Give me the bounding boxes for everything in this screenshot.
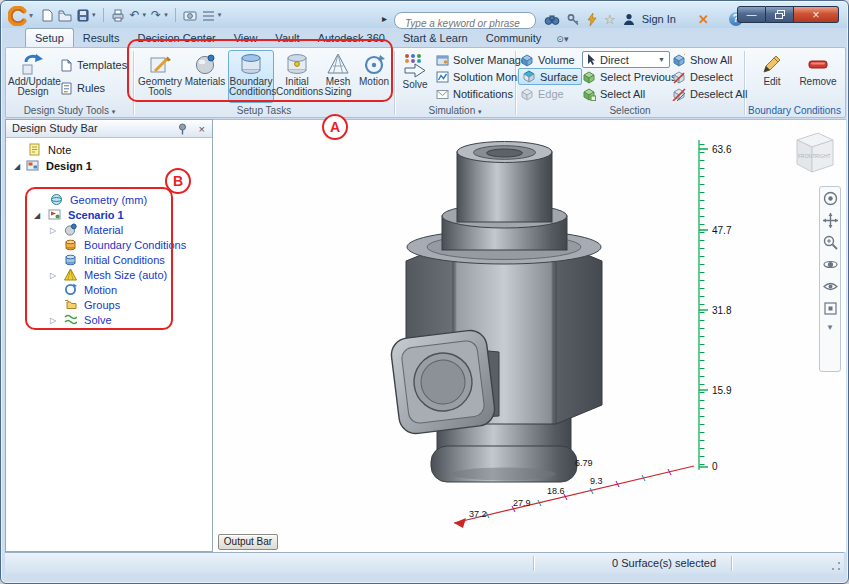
model-canvas: 63.6 47.7 31.8 15.9 0 6.79 9.3 1 xyxy=(213,120,846,553)
panel-label-selection[interactable]: Selection xyxy=(516,104,744,117)
deselect-button[interactable]: Deselect xyxy=(672,69,733,85)
options-caret-icon[interactable]: ▾ xyxy=(218,11,222,19)
volume-button[interactable]: Volume xyxy=(520,52,575,68)
annotation-label-a: A xyxy=(322,114,348,140)
edge-button[interactable]: Edge xyxy=(520,86,564,102)
remove-button[interactable]: Remove xyxy=(795,50,841,103)
toolbar-separator xyxy=(175,8,176,22)
close-panel-icon[interactable]: × xyxy=(199,123,205,135)
tab-results[interactable]: Results xyxy=(74,29,129,47)
note-icon xyxy=(28,143,41,156)
ribbon-options-caret-icon[interactable]: ⊙▾ xyxy=(550,31,574,47)
nav-look-icon[interactable] xyxy=(823,279,838,294)
search-box[interactable] xyxy=(394,12,536,29)
selection-mode-dropdown[interactable]: Direct ▼ xyxy=(582,51,670,68)
resize-grip[interactable] xyxy=(831,561,841,571)
status-bar: 0 Surface(s) selected xyxy=(5,552,844,574)
toolbar-separator xyxy=(103,8,104,22)
solver-manager-icon xyxy=(436,54,449,67)
notifications-icon xyxy=(436,88,449,101)
viewcube-front-label: FRONT xyxy=(798,153,815,159)
nav-orbit-icon[interactable] xyxy=(823,257,838,272)
notifications-button[interactable]: Notifications xyxy=(436,86,513,102)
save-caret-icon[interactable]: ▾ xyxy=(92,11,96,19)
edit-button[interactable]: Edit xyxy=(753,50,791,103)
ruler-tick-label: 47.7 xyxy=(712,225,732,236)
annotation-box-b xyxy=(25,187,173,330)
viewport-3d[interactable]: 63.6 47.7 31.8 15.9 0 6.79 9.3 1 xyxy=(213,119,846,552)
exchange-apps-icon[interactable]: ✕ xyxy=(698,12,709,27)
axis-tick-label: 27.9 xyxy=(513,498,531,508)
axis-tick-label: 9.3 xyxy=(590,476,603,486)
tab-community[interactable]: Community xyxy=(477,29,551,47)
nav-zoom-icon[interactable] xyxy=(823,235,838,250)
capture-icon[interactable] xyxy=(183,9,197,22)
close-button[interactable]: × xyxy=(794,6,839,23)
search-flyout-icon[interactable]: ▸ xyxy=(382,13,387,24)
titlebar-right-icons: ☆ Sign In ✕ ? ▾ xyxy=(544,10,751,28)
minimize-button[interactable]: — xyxy=(737,6,766,23)
show-all-icon xyxy=(672,54,686,67)
window-controls: — × xyxy=(737,6,839,23)
nav-wheel-icon[interactable] xyxy=(823,191,838,206)
solution-monitor-icon xyxy=(436,71,449,84)
new-icon[interactable] xyxy=(41,9,53,22)
redo-icon[interactable]: ↷ xyxy=(151,8,161,22)
solve-button[interactable]: Solve xyxy=(397,50,433,103)
navigation-bar: ▼ xyxy=(819,186,841,372)
viewcube[interactable]: FRONT RIGHT xyxy=(797,133,833,172)
expander-icon[interactable]: ◢ xyxy=(14,159,20,174)
templates-button[interactable]: Templates xyxy=(60,57,127,73)
model-part[interactable] xyxy=(390,142,602,483)
nav-pan-icon[interactable] xyxy=(823,213,838,228)
open-icon[interactable] xyxy=(58,9,72,22)
app-logo-icon[interactable] xyxy=(8,6,28,26)
remove-icon xyxy=(806,52,830,76)
undo-icon[interactable]: ↶ xyxy=(130,8,140,22)
binoculars-icon[interactable] xyxy=(544,13,560,26)
panel-label-design-study-tools[interactable]: Design Study Tools ▾ xyxy=(6,104,133,117)
panel-label-simulation[interactable]: Simulation ▾ xyxy=(395,104,515,117)
pin-icon[interactable] xyxy=(177,123,188,135)
nav-fit-icon[interactable] xyxy=(823,301,838,316)
deselect-all-button[interactable]: Deselect All xyxy=(672,86,747,102)
panel-label-boundary-conditions[interactable]: Boundary Conditions xyxy=(745,104,844,117)
person-icon[interactable] xyxy=(623,13,635,26)
redo-caret-icon[interactable]: ▾ xyxy=(164,11,168,19)
restore-button[interactable] xyxy=(766,6,794,23)
sign-in-label[interactable]: Sign In xyxy=(642,13,676,25)
quick-access-toolbar: ▾ ↶ ▾ ↷ ▾ ▾ xyxy=(41,8,221,22)
lightning-icon[interactable] xyxy=(587,13,597,26)
app-menu-caret-icon[interactable]: ▾ xyxy=(29,11,33,20)
tab-setup[interactable]: Setup xyxy=(25,28,74,47)
status-separator xyxy=(533,556,534,571)
tree-item-note[interactable]: Note xyxy=(6,143,212,158)
undo-caret-icon[interactable]: ▾ xyxy=(143,11,147,19)
nav-more-caret-icon[interactable]: ▼ xyxy=(826,323,834,332)
axis-tick-label: 37.2 xyxy=(469,509,487,519)
options-icon[interactable] xyxy=(202,9,215,22)
select-all-button[interactable]: Select All xyxy=(582,86,645,102)
key-icon[interactable] xyxy=(567,13,580,26)
star-icon[interactable]: ☆ xyxy=(604,13,616,26)
design-study-bar-header[interactable]: Design Study Bar × xyxy=(6,120,212,138)
print-icon[interactable] xyxy=(111,9,125,22)
design-study-bar-title: Design Study Bar xyxy=(12,122,98,134)
add-update-design-icon xyxy=(21,52,45,76)
cursor-icon xyxy=(587,54,596,65)
rules-button[interactable]: Rules xyxy=(60,80,105,96)
show-all-button[interactable]: Show All xyxy=(672,52,732,68)
save-icon[interactable] xyxy=(77,9,89,22)
design-icon xyxy=(26,159,39,172)
ruler-tick-label: 31.8 xyxy=(712,305,732,316)
add-update-design-button[interactable]: Add/Update Design xyxy=(8,50,58,103)
panel-label-setup-tasks[interactable]: Setup Tasks xyxy=(134,104,394,117)
tab-start-learn[interactable]: Start & Learn xyxy=(394,29,477,47)
volume-icon xyxy=(520,54,534,67)
solver-manager-button[interactable]: Solver Manager xyxy=(436,52,531,68)
rules-icon xyxy=(60,82,73,95)
output-bar-button[interactable]: Output Bar xyxy=(218,534,278,550)
select-previous-button[interactable]: Select Previous xyxy=(582,69,676,85)
status-separator xyxy=(731,556,732,571)
surface-button[interactable]: Surface xyxy=(518,68,582,85)
